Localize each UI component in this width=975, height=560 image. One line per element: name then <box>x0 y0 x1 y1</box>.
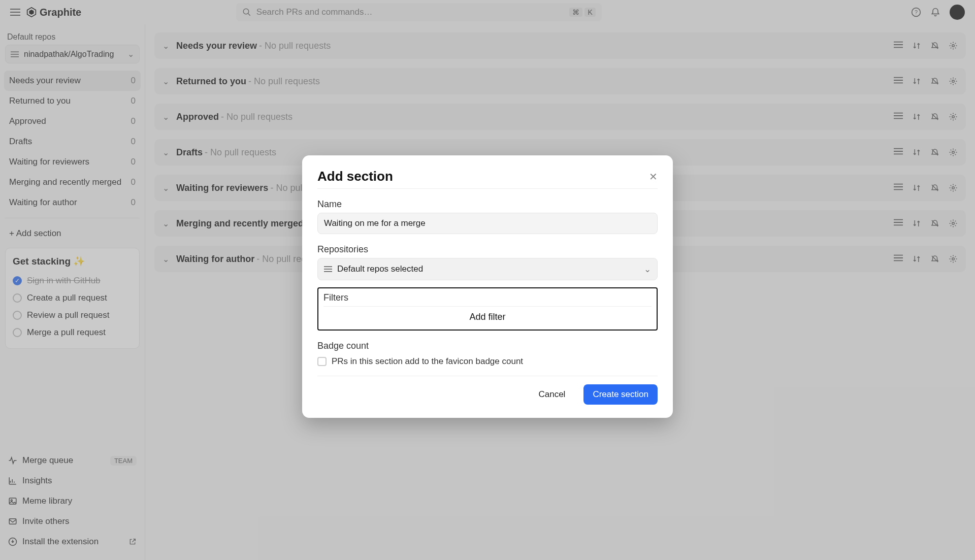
filters-box: Filters Add filter <box>317 287 658 331</box>
close-icon[interactable]: ✕ <box>649 171 658 183</box>
modal-title: Add section <box>317 169 393 184</box>
repos-label: Repositories <box>317 244 658 255</box>
badge-checkbox-label: PRs in this section add to the favicon b… <box>332 356 523 367</box>
filters-label: Filters <box>323 292 652 303</box>
add-filter-button[interactable]: Add filter <box>323 306 652 323</box>
list-icon <box>324 266 332 273</box>
cancel-button[interactable]: Cancel <box>529 384 574 405</box>
badge-checkbox[interactable] <box>317 357 327 366</box>
add-section-modal: Add section ✕ Name Repositories Default … <box>302 155 673 418</box>
chevron-down-icon: ⌄ <box>644 264 651 275</box>
badge-count-label: Badge count <box>317 341 658 351</box>
create-section-button[interactable]: Create section <box>583 384 658 405</box>
name-label: Name <box>317 199 658 210</box>
section-name-input[interactable] <box>317 213 658 234</box>
repos-select[interactable]: Default repos selected ⌄ <box>317 258 658 280</box>
